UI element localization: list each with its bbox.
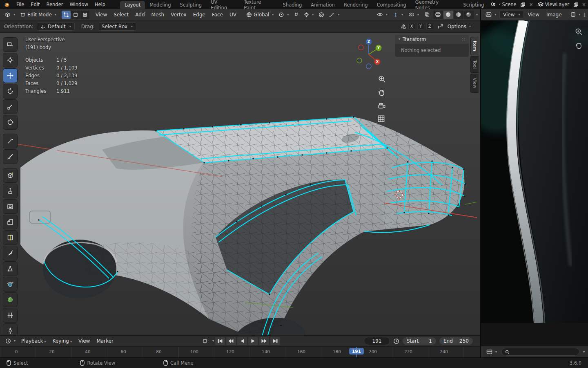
navigation-gizmo[interactable]: Z Y X bbox=[352, 36, 386, 70]
axis-x-negative-handle[interactable] bbox=[359, 45, 363, 50]
overlays-selector[interactable]: ▾ bbox=[406, 11, 421, 18]
tool-knife[interactable] bbox=[3, 246, 17, 260]
object-visibility-selector[interactable]: ▾ bbox=[375, 11, 390, 18]
tool-inset-faces[interactable] bbox=[3, 200, 17, 213]
menu-timeline-view[interactable]: View bbox=[76, 337, 93, 345]
orientation-dropdown[interactable]: Default ▾ bbox=[37, 22, 75, 31]
axis-y-negative-handle[interactable] bbox=[357, 58, 362, 63]
tool-extrude-region[interactable] bbox=[3, 184, 17, 198]
tab-scripting[interactable]: Scripting bbox=[459, 1, 488, 9]
tab-uv-editing[interactable]: UV Editing bbox=[206, 1, 239, 9]
display-channels-selector[interactable]: ▾ bbox=[568, 11, 582, 18]
proportional-falloff-selector[interactable]: ▾ bbox=[327, 11, 341, 18]
menu-render[interactable]: Render bbox=[43, 0, 67, 9]
sidebar-tab-tool[interactable]: Tool bbox=[470, 56, 479, 73]
tab-sculpting[interactable]: Sculpting bbox=[175, 1, 206, 9]
playhead[interactable]: 191 bbox=[349, 348, 364, 355]
tool-measure[interactable] bbox=[3, 150, 17, 164]
search-input[interactable] bbox=[512, 349, 576, 355]
blender-logo-icon[interactable] bbox=[0, 0, 13, 9]
tool-smooth[interactable] bbox=[3, 293, 17, 307]
viewlayer-selector[interactable]: ViewLayer bbox=[536, 1, 571, 8]
menu-select[interactable]: Select bbox=[111, 11, 131, 19]
timeline-editor-selector[interactable]: ▾ bbox=[3, 337, 18, 345]
play-reverse-button[interactable] bbox=[237, 337, 247, 345]
gizmos-selector[interactable]: ▾ bbox=[391, 11, 405, 18]
menu-face[interactable]: Face bbox=[209, 11, 226, 19]
vertex-select-button[interactable] bbox=[62, 11, 71, 19]
menu-add[interactable]: Add bbox=[132, 11, 147, 19]
3d-viewport[interactable]: User Perspective (191) body Objects1 / 5… bbox=[0, 33, 480, 335]
tab-animation[interactable]: Animation bbox=[306, 1, 339, 9]
timeline-ruler[interactable]: 0 20 40 60 80 100 120 140 160 180 200 22… bbox=[0, 346, 480, 357]
search-box[interactable] bbox=[501, 348, 579, 356]
tool-rotate[interactable] bbox=[3, 84, 17, 98]
mode-selector[interactable]: Edit Mode ▾ bbox=[18, 11, 58, 18]
wireframe-shading-button[interactable] bbox=[433, 11, 443, 19]
footer-editor-selector[interactable]: ▾ bbox=[484, 348, 499, 355]
menu-edge[interactable]: Edge bbox=[190, 11, 208, 19]
mirror-z-toggle[interactable]: Z bbox=[426, 23, 433, 30]
tool-edge-slide[interactable] bbox=[3, 308, 17, 322]
tab-texture-paint[interactable]: Texture Paint bbox=[239, 1, 278, 9]
snap-toggle[interactable] bbox=[292, 11, 301, 18]
start-frame-field[interactable]: Start 1 bbox=[403, 337, 436, 345]
tool-loop-cut[interactable] bbox=[3, 231, 17, 245]
tool-poly-build[interactable] bbox=[3, 262, 17, 276]
proportional-editing-toggle[interactable] bbox=[316, 11, 326, 18]
menu-vertex[interactable]: Vertex bbox=[168, 11, 189, 19]
play-button[interactable] bbox=[248, 337, 258, 345]
menu-view[interactable]: View bbox=[93, 11, 110, 19]
tool-cursor[interactable] bbox=[3, 53, 17, 67]
pin-toggle-icon[interactable]: ‖ bbox=[584, 12, 586, 17]
scene-selector[interactable]: ▾ Scene bbox=[489, 1, 518, 8]
menu-help[interactable]: Help bbox=[91, 0, 109, 9]
sidebar-tab-view[interactable]: View bbox=[470, 74, 479, 92]
next-keyframe-button[interactable] bbox=[259, 337, 269, 345]
pivot-point-selector[interactable]: ▾ bbox=[276, 11, 291, 18]
tool-shrink-fatten[interactable] bbox=[3, 324, 17, 335]
jump-to-end-button[interactable] bbox=[270, 337, 280, 345]
image-canvas[interactable] bbox=[481, 20, 588, 346]
previous-keyframe-button[interactable] bbox=[226, 337, 236, 345]
drag-handle-icon[interactable]: ∷ bbox=[462, 36, 466, 42]
options-dropdown[interactable]: Options ▾ bbox=[445, 23, 473, 30]
tool-move[interactable] bbox=[3, 69, 17, 83]
axis-z-negative-handle[interactable] bbox=[366, 64, 371, 69]
clock-icon[interactable] bbox=[393, 338, 399, 344]
chevron-down-icon[interactable]: ▾ bbox=[583, 350, 585, 354]
snap-target-selector[interactable]: ▾ bbox=[302, 11, 316, 18]
jump-to-start-button[interactable] bbox=[215, 337, 225, 345]
axis-x-handle[interactable]: X bbox=[374, 59, 381, 65]
zoom-gizmo[interactable] bbox=[377, 74, 386, 83]
image-view-dropdown[interactable]: View ▾ bbox=[499, 11, 524, 19]
mirror-x-toggle[interactable]: X bbox=[408, 23, 415, 30]
tool-spin[interactable] bbox=[3, 277, 17, 291]
menu-edit[interactable]: Edit bbox=[27, 0, 43, 9]
transform-orientation-selector[interactable]: Global ▾ bbox=[244, 11, 276, 18]
menu-file[interactable]: File bbox=[13, 0, 27, 9]
tab-geometry-nodes[interactable]: Geometry Nodes bbox=[411, 1, 459, 9]
tab-modeling[interactable]: Modeling bbox=[145, 1, 175, 9]
face-select-button[interactable] bbox=[80, 11, 89, 19]
solid-shading-button[interactable] bbox=[443, 11, 453, 19]
menu-window[interactable]: Window bbox=[66, 0, 91, 9]
new-viewlayer-button[interactable] bbox=[572, 1, 579, 8]
tool-annotate[interactable] bbox=[3, 134, 17, 148]
image-zoom-gizmo[interactable] bbox=[574, 27, 583, 36]
image-pan-gizmo[interactable] bbox=[574, 41, 583, 50]
close-viewlayer-button[interactable]: × bbox=[581, 1, 587, 8]
menu-image[interactable]: Image bbox=[543, 11, 565, 19]
tab-shading[interactable]: Shading bbox=[278, 1, 307, 9]
tool-add-cube[interactable] bbox=[3, 168, 17, 182]
new-scene-button[interactable] bbox=[520, 1, 526, 8]
close-scene-button[interactable]: × bbox=[528, 1, 535, 8]
tab-rendering[interactable]: Rendering bbox=[339, 1, 372, 9]
auto-key-button[interactable] bbox=[200, 337, 210, 345]
tool-transform[interactable] bbox=[3, 115, 17, 129]
tool-select-box[interactable] bbox=[3, 38, 17, 52]
axis-z-handle[interactable]: Z bbox=[366, 39, 372, 45]
xray-toggle[interactable] bbox=[422, 11, 432, 18]
pan-hand-gizmo[interactable] bbox=[377, 88, 386, 97]
menu-mesh[interactable]: Mesh bbox=[149, 11, 167, 19]
